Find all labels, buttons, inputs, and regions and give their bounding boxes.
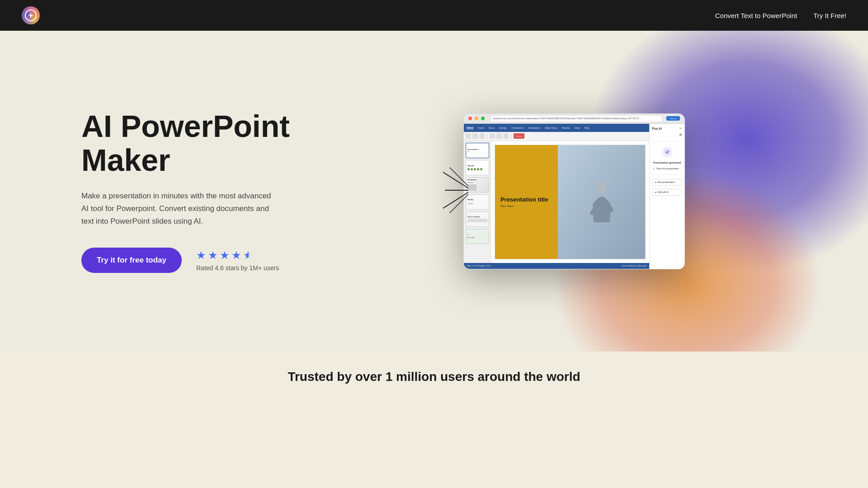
dot-c: [474, 168, 476, 170]
plus-ai-title: Plus AI: [652, 127, 662, 130]
star-3: ★: [220, 249, 230, 262]
slide-thumb-6: " Quote slide: [466, 229, 489, 244]
retry-text[interactable]: Retry this presentation: [656, 167, 679, 170]
slide-thumb-2-title: Agenda: [467, 164, 487, 167]
ribbon-tab-transitions: Transitions: [511, 127, 524, 129]
svg-point-5: [596, 181, 607, 194]
svg-point-6: [665, 149, 670, 155]
slide-thumb-4-title: Monday: [467, 199, 487, 201]
dot-red: [468, 117, 472, 120]
ai-retry-row: ↻ Retry this presentation: [652, 166, 682, 171]
slide-thumb-3-title: Introduction: [467, 179, 487, 181]
shine-rays: [443, 163, 470, 219]
checkmark-circle-icon: [664, 149, 670, 155]
slide-thumb-1-content: Presentation title: [466, 143, 489, 158]
tool-btn-4: [490, 133, 495, 139]
hero-title: AI PowerPoint Maker: [81, 109, 307, 177]
slide-thumb-1: Presentation title: [466, 143, 489, 158]
tool-btn-3: [479, 133, 485, 139]
edit-icon: ✏: [655, 191, 657, 194]
star-2: ★: [208, 249, 218, 262]
slide-thumb-6-quote: ": [467, 234, 487, 237]
slide-thumb-1-subtitle: title: [467, 150, 487, 152]
dot-e: [480, 168, 482, 170]
try-free-nav-button[interactable]: Try It Free!: [813, 12, 846, 19]
slide-main-title: Presentation title: [500, 196, 552, 203]
hero-title-line2: Maker: [81, 143, 170, 177]
ppt-statusbar: Slide 1 of 14 English (U.S.) Give Feedba…: [464, 263, 649, 269]
hero-image-area: onedrive.live.com/edit?action=editnew&id…: [307, 113, 868, 269]
logo-inner: [25, 9, 37, 21]
browser-topbar: onedrive.live.com/edit?action=editnew&id…: [464, 114, 684, 124]
dot-b: [471, 168, 473, 170]
edit-ai-btn[interactable]: ✏ Edit with AI: [652, 189, 682, 196]
hero-subtitle: Make a presentation in minutes with the …: [81, 190, 276, 228]
url-text: onedrive.live.com/edit?action=editnew&id…: [493, 117, 641, 120]
svg-line-2: [443, 192, 468, 208]
ribbon-tab-animations: Animations: [528, 127, 540, 129]
slide-right-img: [558, 145, 645, 259]
rating-block: ★ ★ ★ ★ ★★ Rated 4.6 stars by 1M+ users: [196, 249, 279, 272]
star-1: ★: [196, 249, 206, 262]
person-silhouette: [588, 179, 615, 225]
ppt-toolbar: Present: [464, 132, 649, 141]
trusted-title: Trusted by over 1 million users around t…: [0, 370, 868, 384]
slide-canvas: Presentation title Mijon Nilson: [491, 141, 649, 263]
ai-success-text: Presentation generated: [652, 161, 682, 164]
browser-url: onedrive.live.com/edit?action=editnew&id…: [491, 116, 662, 122]
ribbon-tab-home: Home: [467, 126, 473, 129]
edit-ai-label: Edit with AI: [658, 191, 669, 193]
dot-green: [481, 117, 485, 120]
tool-btn-1: [466, 133, 471, 139]
rating-text: Rated 4.6 stars by 1M+ users: [196, 264, 279, 272]
ribbon-tab-insert: Insert: [478, 127, 484, 129]
status-text-left: Slide 1 of 14 English (U.S.): [467, 265, 491, 267]
slide-thumb-5-img: [467, 219, 487, 222]
present-btn: Present: [514, 133, 524, 139]
ribbon-tab-draw: Draw: [489, 127, 495, 129]
slide-left-content: Presentation title Mijon Nilson: [495, 145, 558, 259]
star-4: ★: [231, 249, 241, 262]
stars-display: ★ ★ ★ ★ ★★: [196, 249, 279, 262]
slide-thumb-4-divider: [467, 202, 487, 202]
hero-cta-button[interactable]: Try it for free today: [81, 248, 182, 273]
ribbon-tab-review: Review: [561, 127, 570, 129]
tool-btn-5: [496, 133, 502, 139]
logo-icon: [22, 6, 40, 24]
slide-img-overlay: [558, 145, 645, 259]
new-presentation-btn[interactable]: + New presentation: [652, 179, 682, 186]
navbar-right: Convert Text to PowerPoint Try It Free!: [715, 12, 846, 19]
svg-line-0: [443, 172, 468, 188]
settings-icon: ⚙: [679, 133, 682, 137]
ppt-ribbon: Home Insert Draw Design Transitions Anim…: [464, 124, 649, 132]
panel-divider-2: [652, 174, 682, 175]
slide-thumb-4-text: Schedule: [467, 203, 487, 205]
plus-ai-header-row: Plus AI ✕: [652, 127, 682, 131]
plus-ai-close-btn[interactable]: ✕: [679, 127, 682, 131]
ribbon-tab-view: View: [575, 127, 580, 129]
main-slide: Presentation title Mijon Nilson: [495, 145, 646, 259]
trusted-section: Trusted by over 1 million users around t…: [0, 352, 868, 402]
toolbar-divider: [487, 133, 487, 139]
hero-section: AI PowerPoint Maker Make a presentation …: [0, 31, 868, 352]
tool-btn-6: [503, 133, 509, 139]
tool-btn-2: [472, 133, 478, 139]
slide-author: Mijon Nilson: [500, 205, 552, 207]
slide-thumb-3-text: Overview: [467, 182, 487, 183]
slide-thumb-6-text: Quote slide: [467, 237, 487, 239]
slide-thumb-2-dots: [467, 168, 487, 170]
toolbar-divider-2: [511, 133, 511, 139]
svg-line-3: [450, 168, 468, 186]
update-btn: Refresh: [666, 116, 680, 121]
star-half: ★★: [243, 249, 253, 262]
hero-content: AI PowerPoint Maker Make a presentation …: [0, 73, 307, 309]
ai-success-icon: [662, 146, 673, 157]
ppt-area: Home Insert Draw Design Transitions Anim…: [464, 124, 649, 269]
convert-text-nav-link[interactable]: Convert Text to PowerPoint: [715, 12, 797, 19]
ribbon-tab-design: Design: [499, 127, 507, 129]
navbar-logo-area: [22, 6, 40, 24]
slide-thumb-6-content: " Quote slide: [466, 229, 489, 244]
browser-body: Home Insert Draw Design Transitions Anim…: [464, 124, 684, 269]
dot-yellow: [475, 117, 478, 120]
browser-mockup: onedrive.live.com/edit?action=editnew&id…: [463, 113, 685, 269]
